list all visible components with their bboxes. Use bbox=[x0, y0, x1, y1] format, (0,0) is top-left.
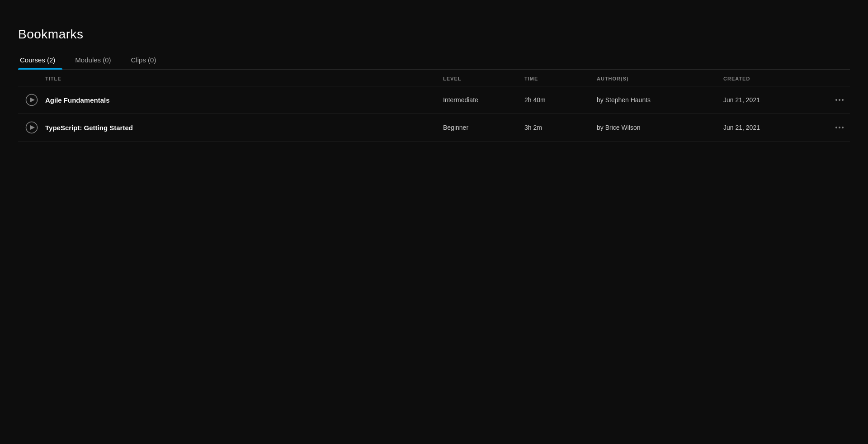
more-options[interactable] bbox=[823, 124, 850, 131]
col-header-time: TIME bbox=[524, 76, 597, 81]
more-dots-button[interactable] bbox=[833, 96, 846, 104]
page-title: Bookmarks bbox=[18, 27, 850, 42]
dot bbox=[839, 127, 840, 128]
more-dots-button[interactable] bbox=[833, 124, 846, 131]
play-icon[interactable] bbox=[18, 121, 45, 134]
time-cell: 3h 2m bbox=[524, 124, 597, 131]
table-container: TITLE LEVEL TIME AUTHOR(S) CREATED Agile… bbox=[18, 70, 850, 142]
created-cell: Jun 21, 2021 bbox=[723, 124, 823, 131]
level-cell: Beginner bbox=[443, 124, 524, 131]
tab-clips[interactable]: Clips (0) bbox=[129, 52, 164, 69]
col-header-created: CREATED bbox=[723, 76, 823, 81]
author-cell: by Brice Wilson bbox=[597, 124, 723, 131]
col-header-level: LEVEL bbox=[443, 76, 524, 81]
svg-marker-3 bbox=[30, 125, 35, 130]
level-cell: Intermediate bbox=[443, 96, 524, 104]
dot bbox=[839, 99, 840, 101]
course-title: TypeScript: Getting Started bbox=[45, 124, 443, 132]
play-icon[interactable] bbox=[18, 94, 45, 106]
tabs-container: Courses (2) Modules (0) Clips (0) bbox=[18, 52, 850, 70]
dot bbox=[835, 99, 837, 101]
svg-marker-1 bbox=[30, 98, 35, 102]
created-cell: Jun 21, 2021 bbox=[723, 96, 823, 104]
col-header-icon bbox=[18, 76, 45, 81]
more-options[interactable] bbox=[823, 96, 850, 104]
tab-modules[interactable]: Modules (0) bbox=[73, 52, 118, 69]
time-cell: 2h 40m bbox=[524, 96, 597, 104]
page-container: Bookmarks Courses (2) Modules (0) Clips … bbox=[0, 0, 868, 444]
author-cell: by Stephen Haunts bbox=[597, 96, 723, 104]
table-row[interactable]: TypeScript: Getting Started Beginner 3h … bbox=[18, 114, 850, 142]
dot bbox=[835, 127, 837, 128]
tab-courses[interactable]: Courses (2) bbox=[18, 52, 62, 69]
dot bbox=[842, 127, 844, 128]
table-row[interactable]: Agile Fundamentals Intermediate 2h 40m b… bbox=[18, 86, 850, 114]
col-header-authors: AUTHOR(S) bbox=[597, 76, 723, 81]
table-header: TITLE LEVEL TIME AUTHOR(S) CREATED bbox=[18, 70, 850, 86]
col-header-actions bbox=[823, 76, 850, 81]
col-header-title: TITLE bbox=[45, 76, 443, 81]
course-title: Agile Fundamentals bbox=[45, 96, 443, 104]
dot bbox=[842, 99, 844, 101]
